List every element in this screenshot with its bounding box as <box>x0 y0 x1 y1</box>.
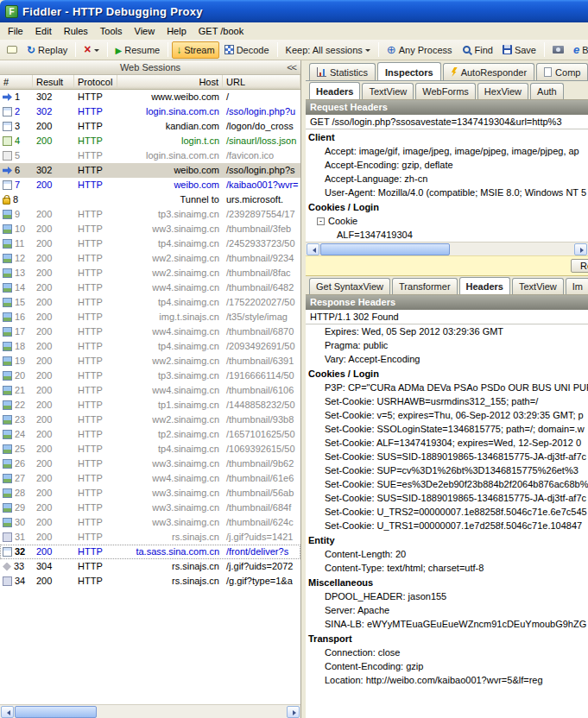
request-tab-hexview[interactable]: HexView <box>477 83 528 99</box>
menu-item-view[interactable]: View <box>129 23 161 39</box>
session-row[interactable]: 22200HTTPtp1.sinaimg.cn/1448858232/50 <box>0 398 300 413</box>
session-protocol: HTTP <box>74 295 117 310</box>
tab-comp[interactable]: Comp <box>536 63 588 80</box>
request-tab-textview[interactable]: TextView <box>362 83 414 99</box>
session-row[interactable]: 28200HTTPww3.sinaimg.cn/thumbnail/56ab <box>0 486 300 501</box>
session-row[interactable]: 20200HTTPtp3.sinaimg.cn/1916666114/50 <box>0 368 300 383</box>
find-button[interactable]: Find <box>458 42 497 58</box>
session-row[interactable]: 9200HTTPtp3.sinaimg.cn/2392897554/17 <box>0 207 300 222</box>
request-tab-auth[interactable]: Auth <box>530 83 564 99</box>
tab-autoresponder[interactable]: AutoResponder <box>443 63 534 80</box>
scroll-thumb[interactable] <box>320 243 450 255</box>
session-row[interactable]: 11200HTTPtp4.sinaimg.cn/2452933723/50 <box>0 236 300 251</box>
session-protocol: HTTP <box>74 354 117 368</box>
session-row[interactable]: 1302HTTPwww.weibo.com/ <box>0 90 300 104</box>
session-host: rs.sinajs.cn <box>117 559 223 574</box>
session-row[interactable]: 29200HTTPww3.sinaimg.cn/thumbnail/684f <box>0 501 300 515</box>
session-row[interactable]: 25200HTTPtp4.sinaimg.cn/1069392615/50 <box>0 442 300 457</box>
menu-item-get-book[interactable]: GET /book <box>193 23 250 39</box>
session-row[interactable]: 26200HTTPww3.sinaimg.cn/thumbnail/9b62 <box>0 457 300 471</box>
session-row[interactable]: 30200HTTPww3.sinaimg.cn/thumbnail/624c <box>0 515 300 530</box>
session-row[interactable]: 13200HTTPww2.sinaimg.cn/thumbnail/8fac <box>0 266 300 280</box>
tab-statistics[interactable]: Statistics <box>309 63 376 80</box>
encoding-notice-bar[interactable]: Re <box>306 255 588 276</box>
remove-sessions-button[interactable] <box>79 42 103 58</box>
gif-icon <box>3 532 12 542</box>
session-result: 302 <box>33 90 74 104</box>
menu-bar: FileEditRulesToolsViewHelpGET /book <box>0 22 588 40</box>
session-row[interactable]: 33304HTTPrs.sinajs.cn/j.gif?uids=2072 <box>0 559 300 574</box>
session-row[interactable]: 16200HTTPimg.t.sinajs.cn/t35/style/imag <box>0 310 300 324</box>
column-header-protocol[interactable]: Protocol <box>74 75 117 89</box>
response-headers-view: HTTP/1.1 302 Found Expires: Wed, 05 Sep … <box>306 310 588 718</box>
session-row[interactable]: 7200HTTPweibo.com/kaibao001?wvr= <box>0 178 300 192</box>
request-tab-headers[interactable]: Headers <box>309 82 360 100</box>
save-button[interactable]: Save <box>498 42 541 58</box>
column-header-host[interactable]: Host <box>117 75 223 89</box>
decode-button[interactable]: Decode <box>220 42 274 58</box>
session-row[interactable]: 12200HTTPww2.sinaimg.cn/thumbnail/9234 <box>0 251 300 266</box>
response-tab-im[interactable]: Im <box>566 278 588 294</box>
session-row[interactable]: 15200HTTPtp4.sinaimg.cn/1752202027/50 <box>0 295 300 310</box>
session-row[interactable]: 4200HTTPlogin.t.cn/sinaurl/loss.json <box>0 134 300 148</box>
any-process-button[interactable]: Any Process <box>383 42 457 58</box>
collapse-panel-button[interactable]: << <box>287 62 296 72</box>
session-row[interactable]: 34200HTTPrs.sinajs.cn/g.gif?type=1&a <box>0 574 300 589</box>
session-row[interactable]: 19200HTTPww2.sinaimg.cn/thumbnail/6391 <box>0 354 300 368</box>
response-tab-get-syntaxview[interactable]: Get SyntaxView <box>309 278 390 294</box>
collapse-icon[interactable] <box>317 217 325 225</box>
session-row[interactable]: 14200HTTPww4.sinaimg.cn/thumbnail/6482 <box>0 280 300 295</box>
screenshot-button[interactable] <box>548 43 568 56</box>
session-row[interactable]: 32200HTTPta.sass.sina.com.cn/front/deliv… <box>0 545 300 559</box>
column-header-number[interactable]: # <box>0 75 33 89</box>
tab-inspectors[interactable]: Inspectors <box>377 62 441 81</box>
session-row[interactable]: 5HTTPlogin.sina.com.cn/favicon.ico <box>0 148 300 163</box>
session-row[interactable]: 2302HTTPlogin.sina.com.cn/sso/login.php?… <box>0 104 300 119</box>
browse-button[interactable]: Br <box>569 42 588 58</box>
session-row[interactable]: 6302HTTPweibo.com/sso/login.php?s <box>0 163 300 178</box>
menu-item-file[interactable]: File <box>2 23 29 39</box>
scroll-right-button[interactable] <box>574 243 587 255</box>
session-protocol: HTTP <box>74 310 117 324</box>
session-url: /t35/style/imag <box>223 310 300 324</box>
session-result: 200 <box>33 280 74 295</box>
response-tab-transformer[interactable]: Transformer <box>392 278 458 294</box>
stream-button[interactable]: Stream <box>172 41 218 59</box>
session-row[interactable]: 21200HTTPww4.sinaimg.cn/thumbnail/6106 <box>0 383 300 398</box>
scroll-thumb[interactable] <box>15 706 97 718</box>
session-row[interactable]: 8Tunnel tours.microsoft. <box>0 192 300 207</box>
session-host: ww4.sinaimg.cn <box>117 383 223 398</box>
scroll-left-button[interactable] <box>1 706 14 718</box>
session-row[interactable]: 31200HTTPrs.sinajs.cn/j.gif?uids=1421 <box>0 530 300 545</box>
fiddler-app-icon: F <box>5 5 18 18</box>
notice-button[interactable]: Re <box>571 259 588 273</box>
session-row[interactable]: 3200HTTPkandian.com/logon/do_cross <box>0 119 300 134</box>
page-icon <box>3 180 12 190</box>
session-row[interactable]: 24200HTTPtp2.sinaimg.cn/1657101625/50 <box>0 427 300 442</box>
comment-button[interactable] <box>3 43 22 56</box>
session-number-cell: 24 <box>0 427 33 442</box>
menu-item-rules[interactable]: Rules <box>58 23 94 39</box>
session-row[interactable]: 18200HTTPtp4.sinaimg.cn/2093492691/50 <box>0 339 300 354</box>
session-row[interactable]: 23200HTTPww2.sinaimg.cn/thumbnail/93b8 <box>0 413 300 427</box>
scroll-left-button[interactable] <box>307 243 319 255</box>
keep-sessions-dropdown[interactable]: Keep: All sessions <box>281 42 375 58</box>
response-tab-textview[interactable]: TextView <box>512 278 564 294</box>
request-tab-webforms[interactable]: WebForms <box>415 83 476 99</box>
session-row[interactable]: 17200HTTPww4.sinaimg.cn/thumbnail/6870 <box>0 324 300 339</box>
session-row[interactable]: 27200HTTPww4.sinaimg.cn/thumbnail/61e6 <box>0 471 300 486</box>
response-tab-headers[interactable]: Headers <box>459 277 510 295</box>
resume-button[interactable]: Resume <box>111 42 165 58</box>
scroll-right-button[interactable] <box>287 706 300 718</box>
column-header-result[interactable]: Result <box>33 75 74 89</box>
menu-item-help[interactable]: Help <box>161 23 193 39</box>
session-row[interactable]: 10200HTTPww3.sinaimg.cn/thumbnail/3feb <box>0 222 300 236</box>
session-url: /thumbnail/6870 <box>223 324 300 339</box>
menu-item-tools[interactable]: Tools <box>94 23 129 39</box>
menu-item-edit[interactable]: Edit <box>29 23 58 39</box>
replay-button[interactable]: Replay <box>22 41 72 59</box>
web-sessions-pane: Web Sessions << # Result Protocol Host U… <box>0 60 301 718</box>
session-result: 302 <box>33 163 74 178</box>
column-header-url[interactable]: URL <box>223 75 300 89</box>
session-number-cell: 5 <box>0 148 33 163</box>
